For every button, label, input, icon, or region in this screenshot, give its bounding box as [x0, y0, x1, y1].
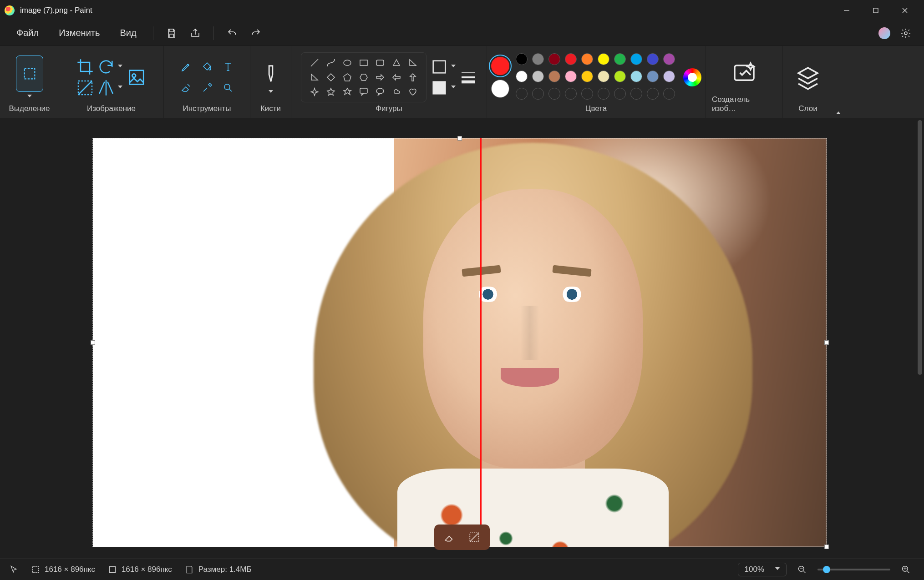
- scrollbar-thumb[interactable]: [918, 120, 922, 375]
- crop-button[interactable]: [76, 58, 94, 76]
- menu-view[interactable]: Вид: [112, 24, 144, 42]
- custom-color-slot[interactable]: [581, 88, 593, 100]
- resize-handle-right[interactable]: [824, 340, 829, 345]
- color-swatch[interactable]: [532, 71, 544, 82]
- shape-triangle-icon[interactable]: [406, 56, 420, 69]
- primary-color[interactable]: [491, 57, 509, 75]
- user-avatar[interactable]: [878, 27, 890, 39]
- brush-dropdown[interactable]: [269, 90, 273, 95]
- eyedropper-tool[interactable]: [198, 78, 217, 97]
- shape-polygon-icon[interactable]: [390, 56, 403, 69]
- color-swatch[interactable]: [663, 71, 675, 82]
- shape-righttri-icon[interactable]: [308, 71, 321, 84]
- shape-curve-icon[interactable]: [324, 56, 338, 69]
- custom-color-slot[interactable]: [548, 88, 560, 100]
- resize-handle-top[interactable]: [457, 136, 462, 141]
- shape-line-icon[interactable]: [308, 56, 321, 69]
- shape-callout-rect-icon[interactable]: [357, 86, 371, 98]
- edit-colors-button[interactable]: [683, 68, 701, 86]
- flip-button[interactable]: [97, 79, 115, 97]
- zoom-slider[interactable]: [817, 569, 890, 570]
- redo-button[interactable]: [246, 23, 266, 43]
- eraser-quick-button[interactable]: [442, 529, 458, 545]
- remove-bg-button[interactable]: [76, 79, 94, 97]
- color-swatch[interactable]: [598, 71, 609, 82]
- shape-arrow-up-icon[interactable]: [406, 71, 420, 84]
- image-creator-button[interactable]: [731, 60, 757, 86]
- custom-color-slot[interactable]: [663, 88, 675, 100]
- shape-heart-icon[interactable]: [406, 86, 420, 98]
- select-dropdown[interactable]: [27, 95, 32, 99]
- custom-color-slot[interactable]: [630, 88, 642, 100]
- ribbon-collapse[interactable]: [836, 110, 841, 114]
- color-swatch[interactable]: [581, 53, 593, 65]
- share-button[interactable]: [185, 23, 205, 43]
- stroke-width-button[interactable]: [459, 68, 477, 86]
- shape-pentagon-icon[interactable]: [340, 71, 354, 84]
- resize-button[interactable]: [126, 67, 147, 88]
- custom-color-slot[interactable]: [614, 88, 626, 100]
- resize-handle-left[interactable]: [91, 340, 95, 345]
- flip-dropdown[interactable]: [118, 86, 122, 90]
- custom-color-slot[interactable]: [598, 88, 609, 100]
- shape-callout-cloud-icon[interactable]: [390, 86, 403, 98]
- color-swatch[interactable]: [532, 53, 544, 65]
- color-swatch[interactable]: [630, 53, 642, 65]
- magnifier-tool[interactable]: [218, 78, 238, 97]
- shape-star5-icon[interactable]: [324, 86, 338, 98]
- color-swatch[interactable]: [598, 53, 609, 65]
- rotate-dropdown[interactable]: [118, 65, 122, 69]
- remove-bg-quick-button[interactable]: [466, 529, 482, 545]
- fill-tool[interactable]: [198, 57, 217, 76]
- undo-button[interactable]: [222, 23, 242, 43]
- color-swatch[interactable]: [548, 53, 560, 65]
- vertical-scrollbar[interactable]: [917, 118, 923, 558]
- brush-tool[interactable]: [260, 60, 281, 87]
- custom-color-slot[interactable]: [647, 88, 659, 100]
- custom-color-slot[interactable]: [565, 88, 577, 100]
- custom-color-slot[interactable]: [532, 88, 544, 100]
- text-tool[interactable]: [218, 57, 238, 76]
- zoom-slider-knob[interactable]: [823, 566, 830, 573]
- settings-button[interactable]: [896, 23, 916, 43]
- shape-oval-icon[interactable]: [340, 56, 354, 69]
- shape-callout-oval-icon[interactable]: [373, 86, 387, 98]
- menu-edit[interactable]: Изменить: [51, 24, 108, 42]
- custom-color-slot[interactable]: [516, 88, 528, 100]
- shape-fill-button[interactable]: [430, 79, 448, 97]
- close-button[interactable]: [890, 0, 919, 20]
- secondary-color[interactable]: [491, 80, 509, 98]
- resize-handle-br[interactable]: [824, 545, 829, 549]
- zoom-out-button[interactable]: [793, 560, 811, 579]
- color-swatch[interactable]: [565, 71, 577, 82]
- save-button[interactable]: [162, 23, 182, 43]
- color-swatch[interactable]: [663, 53, 675, 65]
- shapes-gallery[interactable]: [301, 52, 426, 102]
- select-tool[interactable]: [16, 55, 43, 92]
- color-swatch[interactable]: [581, 71, 593, 82]
- shape-star4-icon[interactable]: [308, 86, 321, 98]
- color-swatch[interactable]: [548, 71, 560, 82]
- maximize-button[interactable]: [861, 0, 890, 20]
- shape-star6-icon[interactable]: [340, 86, 354, 98]
- shape-arrow-left-icon[interactable]: [390, 71, 403, 84]
- color-swatch[interactable]: [614, 53, 626, 65]
- color-swatch[interactable]: [516, 53, 528, 65]
- shape-diamond-icon[interactable]: [324, 71, 338, 84]
- shape-rect-icon[interactable]: [357, 56, 371, 69]
- color-swatch[interactable]: [565, 53, 577, 65]
- eraser-tool[interactable]: [177, 78, 196, 97]
- minimize-button[interactable]: [832, 0, 861, 20]
- rotate-button[interactable]: [97, 58, 115, 76]
- color-swatch[interactable]: [630, 71, 642, 82]
- color-swatch[interactable]: [647, 71, 659, 82]
- pencil-tool[interactable]: [177, 57, 196, 76]
- color-swatch[interactable]: [647, 53, 659, 65]
- zoom-in-button[interactable]: [897, 560, 915, 579]
- menu-file[interactable]: Файл: [8, 24, 47, 42]
- color-swatch[interactable]: [516, 71, 528, 82]
- color-swatch[interactable]: [614, 71, 626, 82]
- shape-roundrect-icon[interactable]: [373, 56, 387, 69]
- shape-arrow-right-icon[interactable]: [373, 71, 387, 84]
- shape-hexagon-icon[interactable]: [357, 71, 371, 84]
